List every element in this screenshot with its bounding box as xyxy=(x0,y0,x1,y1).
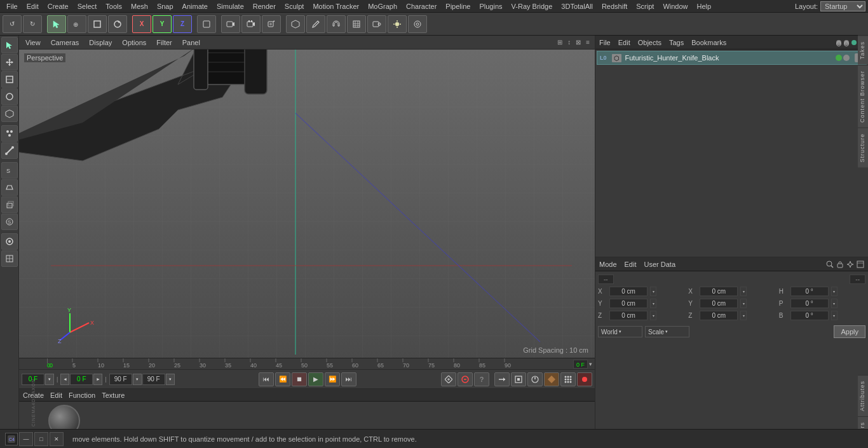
menu-window[interactable]: Window xyxy=(659,0,691,13)
pos-z-spin[interactable]: ▾ xyxy=(650,311,656,320)
scale-x-input[interactable] xyxy=(700,287,738,296)
sidebar-knife-btn[interactable]: S xyxy=(1,214,18,230)
attr-icon-settings[interactable] xyxy=(846,261,854,268)
rot-h-input[interactable] xyxy=(790,287,829,296)
rot-p-spin[interactable]: ▾ xyxy=(831,299,837,308)
frame-max-spin[interactable]: ▾ xyxy=(166,374,175,385)
attr-edit[interactable]: Edit xyxy=(625,261,637,268)
scale-z-spin[interactable]: ▾ xyxy=(740,311,747,320)
frame-end-input[interactable] xyxy=(109,374,132,385)
circle-btn[interactable] xyxy=(408,15,427,33)
keyframe-dots-btn[interactable] xyxy=(560,372,576,386)
sidebar-paint-btn[interactable] xyxy=(1,233,18,250)
attr-mode[interactable]: Mode xyxy=(599,261,617,268)
sidebar-scale-btn[interactable] xyxy=(1,71,18,88)
menu-tools[interactable]: Tools xyxy=(102,0,126,13)
objects-icon-green[interactable] xyxy=(851,40,857,45)
z-axis-button[interactable]: Z xyxy=(173,15,192,33)
rot-p-input[interactable] xyxy=(790,299,829,308)
rot-h-spin[interactable]: ▾ xyxy=(831,287,837,296)
record-btn[interactable] xyxy=(577,372,592,386)
viewport-menu-view[interactable]: View xyxy=(23,39,43,46)
sidebar-live-btn[interactable]: S xyxy=(1,162,18,179)
menu-pipeline[interactable]: Pipeline xyxy=(442,0,474,13)
sidebar-polygon-btn[interactable] xyxy=(1,105,18,122)
timeline-end-frame[interactable]: 0 F xyxy=(573,360,588,369)
menu-create[interactable]: Create xyxy=(44,0,72,13)
scale-key-btn[interactable] xyxy=(511,372,526,386)
maximize-btn[interactable]: □ xyxy=(34,432,48,446)
viewport-canvas[interactable]: Perspective X Y Z Grid Spacing : 10 cm xyxy=(19,50,595,358)
menu-3dtotal[interactable]: 3DTotalAll xyxy=(557,0,597,13)
viewport-menu-filter[interactable]: Filter xyxy=(154,39,174,46)
objects-tags[interactable]: Tags xyxy=(669,39,684,46)
play-fwd-btn[interactable]: ⏩ xyxy=(325,372,340,386)
menu-select[interactable]: Select xyxy=(74,0,101,13)
tab-content-browser[interactable]: Content Browser xyxy=(858,65,868,128)
menu-script[interactable]: Script xyxy=(632,0,658,13)
tab-takes[interactable]: Takes xyxy=(858,36,868,65)
tab-structure[interactable]: Structure xyxy=(858,128,868,168)
sidebar-extrude-btn[interactable] xyxy=(1,196,18,213)
camera-btn-3[interactable] xyxy=(262,15,281,33)
sidebar-edge-btn[interactable] xyxy=(1,142,18,159)
move-tool-button[interactable]: ⊕ xyxy=(67,15,86,33)
minimize-btn[interactable]: — xyxy=(19,432,33,446)
sidebar-select-btn[interactable] xyxy=(1,37,18,53)
move-key-btn[interactable] xyxy=(494,372,510,386)
menu-edit[interactable]: Edit xyxy=(23,0,43,13)
scale-y-input[interactable] xyxy=(700,299,738,308)
rotate-tool-button[interactable] xyxy=(108,15,127,33)
light-btn[interactable] xyxy=(388,15,407,33)
menu-snap[interactable]: Snap xyxy=(153,0,177,13)
frame-current-input[interactable] xyxy=(70,374,93,385)
video-btn[interactable] xyxy=(367,15,386,33)
menu-render[interactable]: Render xyxy=(249,0,280,13)
pos-x-spin[interactable]: ▾ xyxy=(650,287,656,296)
viewport-menu-cameras[interactable]: Cameras xyxy=(48,39,82,46)
sidebar-grid2-btn[interactable] xyxy=(1,250,18,267)
obj-render-btn[interactable] xyxy=(843,55,850,61)
redo-button[interactable]: ↻ xyxy=(23,15,42,33)
play-btn[interactable]: ▶ xyxy=(308,372,323,386)
select-tool-button[interactable] xyxy=(47,15,66,33)
viewport-menu-display[interactable]: Display xyxy=(86,39,114,46)
objects-objects[interactable]: Objects xyxy=(638,39,661,46)
viewport-menu-panel[interactable]: Panel xyxy=(180,39,203,46)
pos-y-spin[interactable]: ▾ xyxy=(650,299,656,308)
polygon-cube-btn[interactable] xyxy=(286,15,305,33)
goto-end-btn[interactable]: ⏭ xyxy=(341,372,356,386)
frame-end-spin[interactable]: ▾ xyxy=(133,374,142,385)
scale-y-spin[interactable]: ▾ xyxy=(740,299,747,308)
scale-tool-button[interactable] xyxy=(88,15,107,33)
mat-function[interactable]: Function xyxy=(69,391,95,399)
pos-z-input[interactable] xyxy=(609,311,648,320)
objects-file[interactable]: File xyxy=(599,39,611,46)
menu-sculpt[interactable]: Sculpt xyxy=(281,0,308,13)
grid-btn[interactable] xyxy=(347,15,366,33)
mat-texture[interactable]: Texture xyxy=(102,391,125,399)
scale-dropdown[interactable]: Scale ▾ xyxy=(645,326,689,337)
objects-bookmarks[interactable]: Bookmarks xyxy=(691,39,726,46)
pen-btn[interactable] xyxy=(306,15,325,33)
y-axis-button[interactable]: Y xyxy=(153,15,172,33)
viewport-swap-btn[interactable]: ↕ xyxy=(566,39,572,46)
help-btn[interactable]: ? xyxy=(474,372,489,386)
frame-next-btn[interactable]: ► xyxy=(93,374,102,385)
anim-key-btn[interactable] xyxy=(544,372,559,386)
objects-icon-search[interactable] xyxy=(836,40,841,45)
menu-vray[interactable]: V-Ray Bridge xyxy=(508,0,557,13)
stop-btn[interactable]: ⏹ xyxy=(292,372,307,386)
frame-start-spin[interactable]: ▾ xyxy=(45,374,54,385)
pos-y-input[interactable] xyxy=(609,299,648,308)
timeline-arrow[interactable]: ▾ xyxy=(589,361,592,367)
close-btn[interactable]: ✕ xyxy=(50,432,64,446)
sidebar-rotate-btn[interactable] xyxy=(1,88,18,105)
attr-icon-lock[interactable] xyxy=(836,261,844,268)
attr-userdata[interactable]: User Data xyxy=(644,261,676,268)
menu-file[interactable]: File xyxy=(3,0,22,13)
magnet-btn[interactable] xyxy=(327,15,346,33)
menu-character[interactable]: Character xyxy=(402,0,440,13)
mat-edit[interactable]: Edit xyxy=(50,391,62,399)
world-dropdown[interactable]: World ▾ xyxy=(598,326,642,337)
